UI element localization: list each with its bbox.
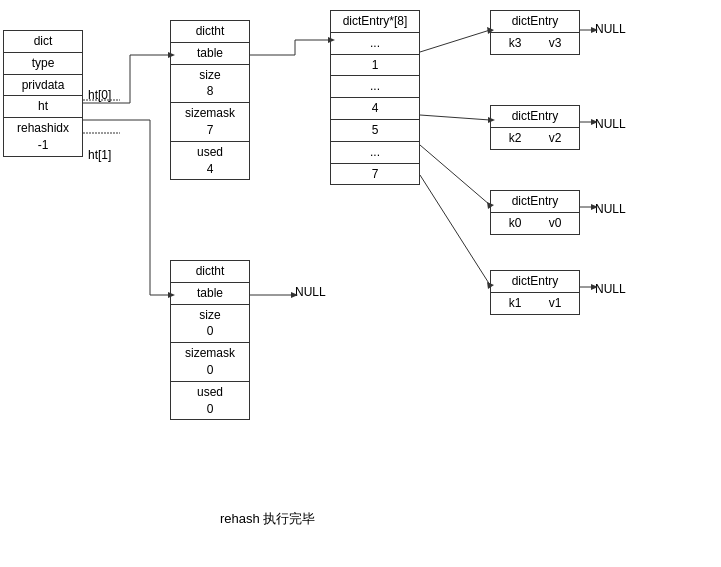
entry-array-7: 7 xyxy=(331,164,419,185)
dictht2-box: dictht table size0 sizemask0 used0 xyxy=(170,260,250,420)
entry-k1v1: dictEntry k1 v1 xyxy=(490,270,580,315)
svg-line-14 xyxy=(420,115,490,120)
null1-label: NULL xyxy=(595,22,626,36)
entry-k2v2-title: dictEntry xyxy=(491,106,579,128)
dictht1-box: dictht table size8 sizemask7 used4 xyxy=(170,20,250,180)
entry-array-6: ... xyxy=(331,142,419,164)
caption: rehash 执行完毕 xyxy=(220,510,315,528)
entry-array-4: 4 xyxy=(331,98,419,120)
dictht1-title: dictht xyxy=(171,21,249,43)
v3: v3 xyxy=(549,35,562,52)
dictht2-title: dictht xyxy=(171,261,249,283)
dictht1-sizemask: sizemask7 xyxy=(171,103,249,142)
entry-k0v0-kv: k0 v0 xyxy=(491,213,579,234)
entry-k0v0: dictEntry k0 v0 xyxy=(490,190,580,235)
entry-array-title: dictEntry*[8] xyxy=(331,11,419,33)
entry-array-2: ... xyxy=(331,76,419,98)
dict-type: type xyxy=(4,53,82,75)
svg-line-18 xyxy=(420,175,490,285)
k1: k1 xyxy=(509,295,522,312)
k0: k0 xyxy=(509,215,522,232)
entry-k3v3: dictEntry k3 v3 xyxy=(490,10,580,55)
diagram: dict type privdata ht rehashidx-1 ht[0] … xyxy=(0,0,721,567)
entry-array-0: ... xyxy=(331,33,419,55)
entry-array-box: dictEntry*[8] ... 1 ... 4 5 ... 7 xyxy=(330,10,420,185)
null2-label: NULL xyxy=(595,117,626,131)
entry-k0v0-title: dictEntry xyxy=(491,191,579,213)
entry-k1v1-title: dictEntry xyxy=(491,271,579,293)
dictht1-table: table xyxy=(171,43,249,65)
dictht2-used: used0 xyxy=(171,382,249,420)
dictht1-used: used4 xyxy=(171,142,249,180)
svg-line-12 xyxy=(420,30,490,52)
v0: v0 xyxy=(549,215,562,232)
entry-k3v3-title: dictEntry xyxy=(491,11,579,33)
entry-k3v3-kv: k3 v3 xyxy=(491,33,579,54)
dictht1-size: size8 xyxy=(171,65,249,104)
ht1-label: ht[1] xyxy=(88,148,111,162)
entry-k2v2: dictEntry k2 v2 xyxy=(490,105,580,150)
entry-array-1: 1 xyxy=(331,55,419,77)
dict-rehashidx: rehashidx-1 xyxy=(4,118,82,156)
v1: v1 xyxy=(549,295,562,312)
entry-k2v2-kv: k2 v2 xyxy=(491,128,579,149)
svg-line-16 xyxy=(420,145,490,205)
dictht2-sizemask: sizemask0 xyxy=(171,343,249,382)
dictht2-table: table xyxy=(171,283,249,305)
dictht2-size: size0 xyxy=(171,305,249,344)
entry-array-5: 5 xyxy=(331,120,419,142)
null3-label: NULL xyxy=(595,202,626,216)
k3: k3 xyxy=(509,35,522,52)
dict-title: dict xyxy=(4,31,82,53)
v2: v2 xyxy=(549,130,562,147)
entry-k1v1-kv: k1 v1 xyxy=(491,293,579,314)
dict-box: dict type privdata ht rehashidx-1 xyxy=(3,30,83,157)
null5-label: NULL xyxy=(295,285,326,299)
k2: k2 xyxy=(509,130,522,147)
dict-ht: ht xyxy=(4,96,82,118)
null4-label: NULL xyxy=(595,282,626,296)
ht0-label: ht[0] xyxy=(88,88,111,102)
dict-privdata: privdata xyxy=(4,75,82,97)
